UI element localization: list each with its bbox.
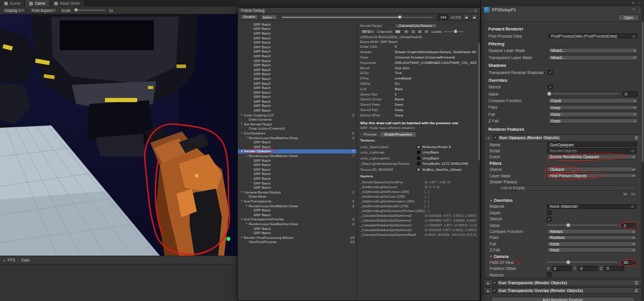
foldout-icon[interactable]: ▼ xyxy=(240,150,244,153)
levels-slider[interactable] xyxy=(444,31,464,32)
event-row[interactable]: SRP Batch xyxy=(238,231,357,235)
event-row[interactable]: ▼Camera.RenderSkybox1 xyxy=(238,190,357,195)
foldout-icon[interactable]: ▶ xyxy=(487,281,490,285)
event-row[interactable]: ▼RenderLoop.NewBatcher.Draw7 xyxy=(238,153,357,158)
pass-dropdown[interactable]: Replace▾ xyxy=(547,235,637,241)
compare-function-dropdown[interactable]: Always▾ xyxy=(547,229,637,234)
post-process-data-object-field[interactable]: PostProcessData (PostProcessData)⊙ xyxy=(548,33,638,39)
scrollbar-thumb[interactable] xyxy=(478,43,480,161)
foldout-icon[interactable]: ▼ xyxy=(244,155,249,158)
project-browser[interactable] xyxy=(0,264,237,301)
stencil-checkbox[interactable]: ✓ xyxy=(548,85,553,90)
foldout-icon[interactable]: ▼ xyxy=(490,199,493,202)
foldout-icon[interactable]: ▼ xyxy=(240,191,244,194)
event-row[interactable]: Draw Dynamic xyxy=(238,117,357,122)
pass-dropdown[interactable]: Keep▾ xyxy=(548,105,638,110)
field-of-view-slider[interactable] xyxy=(547,262,618,263)
event-row[interactable]: SRP Batch xyxy=(238,31,357,36)
channel-g[interactable]: G xyxy=(410,29,417,34)
event-row[interactable]: Draw Mesh xyxy=(238,195,357,199)
event-row[interactable]: ▼RenderLoop.NewBatcher.Draw2 xyxy=(238,204,357,208)
event-row[interactable]: ▼GunTransparentsOverlay2 xyxy=(238,217,357,222)
channel-a[interactable]: A xyxy=(423,29,429,34)
channel-r[interactable]: R xyxy=(403,29,409,34)
value-value-field[interactable]: 0 xyxy=(623,91,638,97)
frame-debug-titlebar[interactable]: Frame Debug ⋮✕ xyxy=(238,8,480,14)
game-view[interactable] xyxy=(0,14,237,256)
tab-preview[interactable]: Preview xyxy=(360,132,380,137)
event-row[interactable]: SRP Batch xyxy=(238,72,357,77)
foldout-icon[interactable]: ▼ xyxy=(240,218,244,221)
texture-row[interactable]: Texture2D_8E05E25StdBox_NewTes_Albedo xyxy=(360,167,476,173)
event-row[interactable]: SRP Batch xyxy=(238,95,357,100)
slider-knob[interactable] xyxy=(547,92,551,96)
event-row[interactable]: SRP Batch xyxy=(238,81,357,86)
event-row[interactable]: ▼RenderLoop.NewBatcher.Draw2 xyxy=(238,136,357,140)
event-row[interactable]: SRP Batch xyxy=(238,54,357,59)
event-row[interactable]: SRP Batch xyxy=(238,85,357,90)
event-tree[interactable]: SRP BatchSRP BatchSRP BatchSRP BatchSRP … xyxy=(238,21,357,300)
layer-mask-dropdown[interactable]: First Person Objects▾ xyxy=(547,173,637,179)
disable-button[interactable]: Disable xyxy=(240,14,258,20)
menu-icon[interactable]: ☰ xyxy=(635,288,638,293)
tab-scene[interactable]: Scene xyxy=(0,0,25,7)
add-renderer-feature-button[interactable]: Add Renderer Feature xyxy=(491,297,634,301)
position-offset-z-field[interactable]: 0 xyxy=(604,266,624,271)
event-row[interactable]: SRP Batch xyxy=(238,172,357,177)
event-row-selected[interactable]: ▼Render Opaques7 xyxy=(238,149,357,154)
event-row[interactable]: SRP Batch xyxy=(238,76,357,81)
feature-enabled-checkbox[interactable]: ✓ xyxy=(493,281,497,285)
event-row[interactable]: SRP Batch xyxy=(238,208,357,213)
object-picker-icon[interactable]: ⊙ xyxy=(631,149,634,153)
material-object-field[interactable]: None (Material)⊙ xyxy=(547,204,637,210)
event-row[interactable]: SRP Batch xyxy=(238,213,357,217)
event-row[interactable]: SRP Batch xyxy=(238,181,357,186)
slider-knob[interactable] xyxy=(398,16,401,19)
event-row[interactable]: SRP Batch xyxy=(238,140,357,145)
position-offset-y-field[interactable]: 0 xyxy=(578,266,598,271)
aspect-dropdown[interactable]: Free Aspect▾ xyxy=(29,8,57,13)
feature-header[interactable]: ▼ ✓ Gun Opaques (Render Objects) ☰ xyxy=(484,135,641,142)
field-of-view-value-field[interactable]: 40 xyxy=(621,260,637,265)
breadcrumb-current[interactable]: Data xyxy=(21,258,30,262)
foldout-icon[interactable]: ▼ xyxy=(240,236,244,239)
kebab-menu-icon[interactable]: ⋮ xyxy=(637,1,641,5)
event-row[interactable]: SRP Batch xyxy=(238,67,357,72)
event-row[interactable]: ▼GunTransparents2 xyxy=(238,199,357,204)
foldout-icon[interactable]: ▼ xyxy=(240,199,244,202)
event-row[interactable]: SRP Batch xyxy=(238,90,357,95)
foldout-icon[interactable]: ▼ xyxy=(240,113,244,116)
feature-gun-transparents-render-objects[interactable]: ▶✓Gun Transparents (Render Objects)☰ xyxy=(484,280,642,286)
list-icon[interactable]: ≡ xyxy=(632,1,634,5)
menu-icon[interactable]: ☰ xyxy=(635,136,638,140)
list-remove-button[interactable]: − xyxy=(629,192,637,197)
object-picker-icon[interactable]: ⊙ xyxy=(631,204,634,208)
texture-row[interactable]: unity_LightmapIndUnityBlack xyxy=(360,155,476,161)
details-scrollbar[interactable] xyxy=(478,21,480,300)
event-row[interactable]: SRP Batch xyxy=(238,99,357,104)
texture-row[interactable]: unity_LightmapUnityBlack xyxy=(360,150,476,156)
opaque-layer-mask-dropdown[interactable]: Mixed...▾ xyxy=(548,48,638,53)
foldout-icon[interactable]: ▼ xyxy=(244,136,249,139)
event-row[interactable]: ▼Set RenderTarget xyxy=(238,122,357,127)
event-row[interactable]: SRP Batch xyxy=(238,185,357,190)
rt-index-dropdown[interactable]: RT 0▾ xyxy=(360,29,375,34)
event-row[interactable]: SRP Batch xyxy=(238,158,357,163)
event-row[interactable]: SRP Batch xyxy=(238,45,357,50)
foldout-icon[interactable]: ▼ xyxy=(240,122,244,125)
z-fail-dropdown[interactable]: Keep▾ xyxy=(547,247,637,253)
event-row[interactable]: SRP Batch xyxy=(238,22,357,27)
scrollbar-thumb[interactable] xyxy=(642,22,643,162)
help-icon[interactable]: ? xyxy=(633,8,634,12)
transparent-receive-shadows-checkbox[interactable]: ✓ xyxy=(548,70,553,75)
channel-b[interactable]: B xyxy=(417,29,423,34)
event-row[interactable]: SRP Batch xyxy=(238,59,357,63)
event-row[interactable]: ▼Color Grading LUT2 xyxy=(238,113,357,118)
tab-asset-store[interactable]: Asset Store xyxy=(50,0,85,7)
event-row[interactable]: ▼RenderLoop.NewBatcher.Draw2 xyxy=(238,222,357,226)
foldout-icon[interactable]: ▼ xyxy=(244,222,249,225)
foldout-icon[interactable]: ▼ xyxy=(240,132,244,135)
event-row[interactable]: SRP Batch xyxy=(238,176,357,181)
slider-knob[interactable] xyxy=(566,260,570,264)
foldout-icon[interactable]: ▼ xyxy=(490,254,493,258)
